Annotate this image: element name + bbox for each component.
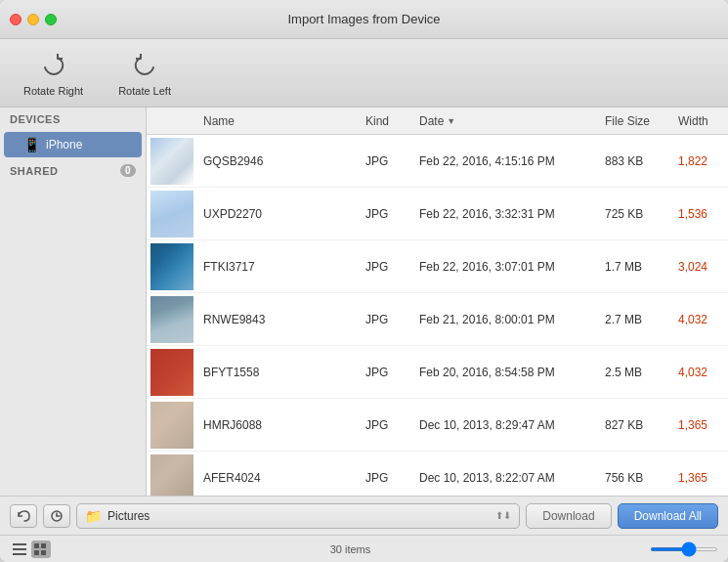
file-kind: JPG xyxy=(362,471,415,485)
status-bar: 30 items xyxy=(0,535,728,562)
iphone-label: iPhone xyxy=(46,138,82,151)
zoom-slider-container xyxy=(650,547,718,551)
main-content: DEVICES 📱 iPhone SHARED 0 Name Kind Date… xyxy=(0,108,728,496)
traffic-lights xyxy=(10,14,57,25)
file-width: 4,032 xyxy=(674,366,728,379)
file-kind: JPG xyxy=(362,366,415,379)
close-button[interactable] xyxy=(10,14,21,25)
file-name: RNWE9843 xyxy=(197,313,362,326)
file-size: 725 KB xyxy=(601,207,674,221)
svg-rect-3 xyxy=(13,543,26,545)
thumbnail-image xyxy=(150,454,193,497)
list-view-icon[interactable] xyxy=(10,540,29,558)
col-date-header[interactable]: Date ▼ xyxy=(415,114,601,128)
file-name: GQSB2946 xyxy=(197,154,362,168)
file-list-area: Name Kind Date ▼ File Size Width GQSB294… xyxy=(147,108,728,496)
col-kind-header[interactable]: Kind xyxy=(362,114,415,128)
table-row[interactable]: BFYT1558 JPG Feb 20, 2016, 8:54:58 PM 2.… xyxy=(147,346,728,399)
file-date: Dec 10, 2013, 8:22:07 AM xyxy=(415,471,601,485)
minimize-button[interactable] xyxy=(27,14,39,25)
window-title: Import Images from Device xyxy=(287,12,440,26)
thumb-cell xyxy=(147,452,197,497)
items-count: 30 items xyxy=(59,543,642,555)
download-button[interactable]: Download xyxy=(526,503,611,529)
svg-rect-6 xyxy=(34,543,39,548)
file-kind: JPG xyxy=(362,207,415,221)
devices-label: DEVICES xyxy=(10,113,61,125)
view-icons xyxy=(10,540,51,558)
rotate-left-button[interactable]: Rotate Left xyxy=(110,46,179,101)
file-size: 1.7 MB xyxy=(601,260,674,274)
folder-icon: 📁 xyxy=(85,508,102,524)
undo-button[interactable] xyxy=(10,504,37,528)
svg-rect-7 xyxy=(41,543,46,548)
thumbnail-image xyxy=(150,349,193,396)
file-list-scroll[interactable]: GQSB2946 JPG Feb 22, 2016, 4:15:16 PM 88… xyxy=(147,135,728,496)
rotate-left-label: Rotate Left xyxy=(118,85,171,97)
rotate-left-icon xyxy=(129,50,160,81)
folder-select[interactable]: 📁 Pictures ⬆⬇ xyxy=(76,503,520,529)
file-width: 1,822 xyxy=(674,154,728,168)
table-row[interactable]: RNWE9843 JPG Feb 21, 2016, 8:00:01 PM 2.… xyxy=(147,293,728,346)
file-size: 2.7 MB xyxy=(601,313,674,326)
zoom-slider[interactable] xyxy=(650,547,718,551)
file-width: 1,536 xyxy=(674,207,728,221)
table-row[interactable]: GQSB2946 JPG Feb 22, 2016, 4:15:16 PM 88… xyxy=(147,135,728,188)
svg-rect-5 xyxy=(13,553,26,555)
col-size-header[interactable]: File Size xyxy=(601,114,674,128)
file-date: Feb 22, 2016, 3:07:01 PM xyxy=(415,260,601,274)
table-row[interactable]: HMRJ6088 JPG Dec 10, 2013, 8:29:47 AM 82… xyxy=(147,399,728,452)
thumb-cell xyxy=(147,346,197,399)
rotate-right-icon xyxy=(38,50,69,81)
file-kind: JPG xyxy=(362,260,415,274)
file-name: BFYT1558 xyxy=(197,366,362,379)
file-date: Feb 22, 2016, 4:15:16 PM xyxy=(415,154,601,168)
table-row[interactable]: UXPD2270 JPG Feb 22, 2016, 3:32:31 PM 72… xyxy=(147,188,728,240)
file-kind: JPG xyxy=(362,154,415,168)
thumb-cell xyxy=(147,240,197,293)
sidebar-item-iphone[interactable]: 📱 iPhone xyxy=(4,132,142,157)
toolbar: Rotate Right Rotate Left xyxy=(0,39,728,108)
grid-view-icon[interactable] xyxy=(31,540,51,558)
sidebar: DEVICES 📱 iPhone SHARED 0 xyxy=(0,108,147,496)
file-kind: JPG xyxy=(362,313,415,326)
thumbnail-image xyxy=(150,138,193,185)
bottom-bar: 📁 Pictures ⬆⬇ Download Download All xyxy=(0,496,728,535)
file-width: 3,024 xyxy=(674,260,728,274)
table-row[interactable]: FTKI3717 JPG Feb 22, 2016, 3:07:01 PM 1.… xyxy=(147,240,728,293)
file-size: 756 KB xyxy=(601,471,674,485)
svg-rect-8 xyxy=(34,550,39,555)
download-all-button[interactable]: Download All xyxy=(618,503,718,529)
file-width: 1,365 xyxy=(674,418,728,432)
file-date: Feb 20, 2016, 8:54:58 PM xyxy=(415,366,601,379)
file-name: AFER4024 xyxy=(197,471,362,485)
folder-dropdown-icon: ⬆⬇ xyxy=(495,510,511,521)
sort-arrow-icon: ▼ xyxy=(447,116,455,126)
shared-header: SHARED 0 xyxy=(0,158,146,183)
col-name-header[interactable]: Name xyxy=(197,114,362,128)
file-width: 1,365 xyxy=(674,471,728,485)
iphone-icon: 📱 xyxy=(23,137,40,152)
file-date: Feb 22, 2016, 3:32:31 PM xyxy=(415,207,601,221)
rotate-right-button[interactable]: Rotate Right xyxy=(16,46,91,101)
shared-badge: 0 xyxy=(120,164,136,177)
col-width-header[interactable]: Width xyxy=(674,114,728,128)
file-size: 827 KB xyxy=(601,418,674,432)
clock-button[interactable] xyxy=(43,504,70,528)
file-name: HMRJ6088 xyxy=(197,418,362,432)
title-bar: Import Images from Device xyxy=(0,0,728,39)
main-window: Import Images from Device Rotate Right R… xyxy=(0,0,728,562)
thumb-cell xyxy=(147,293,197,346)
folder-name: Pictures xyxy=(107,509,490,523)
file-date: Dec 10, 2013, 8:29:47 AM xyxy=(415,418,601,432)
thumbnail-image xyxy=(150,243,193,290)
shared-label: SHARED xyxy=(10,165,58,177)
file-name: FTKI3717 xyxy=(197,260,362,274)
table-row[interactable]: AFER4024 JPG Dec 10, 2013, 8:22:07 AM 75… xyxy=(147,452,728,496)
file-list-header: Name Kind Date ▼ File Size Width xyxy=(147,108,728,135)
file-width: 4,032 xyxy=(674,313,728,326)
file-size: 883 KB xyxy=(601,154,674,168)
file-kind: JPG xyxy=(362,418,415,432)
file-size: 2.5 MB xyxy=(601,366,674,379)
maximize-button[interactable] xyxy=(45,14,57,25)
